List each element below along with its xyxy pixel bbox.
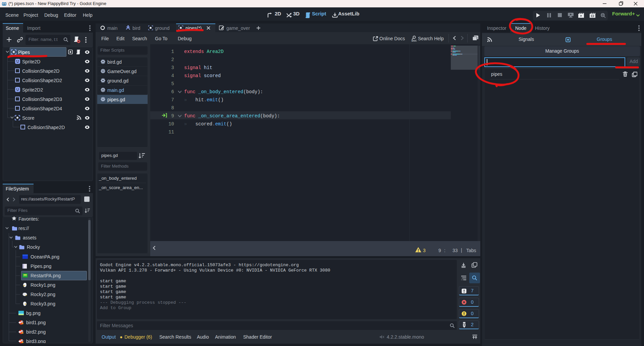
svg-text:DOC: DOC [412,40,417,42]
